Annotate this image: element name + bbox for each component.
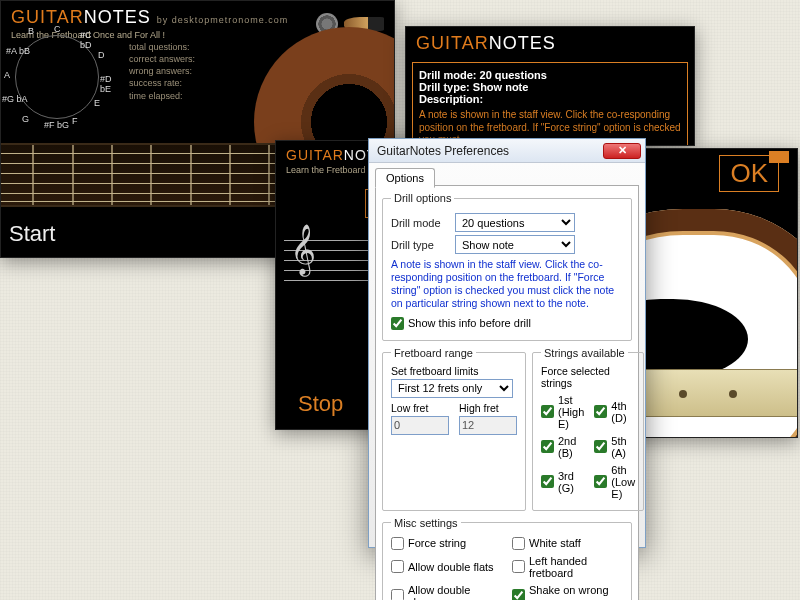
white-staff-label: White staff xyxy=(529,537,581,549)
string-2-checkbox[interactable] xyxy=(541,440,554,453)
string-2-label: 2nd (B) xyxy=(558,435,584,459)
string-3-checkbox[interactable] xyxy=(541,475,554,488)
double-sharps-label: Allow double sharps xyxy=(408,584,502,601)
info-label: Drill type: xyxy=(419,81,470,93)
circle-label: #A bB xyxy=(6,46,30,56)
stat-line: time elapsed: xyxy=(129,90,195,102)
force-string-label: Force string xyxy=(408,537,466,549)
double-sharps-checkbox[interactable] xyxy=(391,589,404,600)
info-label: Drill mode: xyxy=(419,69,476,81)
tab-options[interactable]: Options xyxy=(375,168,435,188)
string-5-checkbox[interactable] xyxy=(594,440,607,453)
strings-available-group: Strings available Force selected strings… xyxy=(532,347,644,511)
group-legend: Misc settings xyxy=(391,517,461,529)
dialog-titlebar[interactable]: GuitarNotes Preferences ✕ xyxy=(369,139,645,163)
string-5-label: 5th (A) xyxy=(611,435,635,459)
string-6-checkbox[interactable] xyxy=(594,475,607,488)
string-4-label: 4th (D) xyxy=(611,400,635,424)
circle-label: F xyxy=(72,116,78,126)
preferences-dialog: GuitarNotes Preferences ✕ Options Drill … xyxy=(368,138,646,548)
set-limits-label: Set fretboard limits xyxy=(391,365,517,377)
stats-list: total questions: correct answers: wrong … xyxy=(129,41,195,102)
info-label: Description: xyxy=(419,93,681,105)
high-fret-input[interactable] xyxy=(459,416,517,435)
drill-options-group: Drill options Drill mode 20 questions Dr… xyxy=(382,192,632,341)
stat-line: total questions: xyxy=(129,41,195,53)
fretboard-range-group: Fretboard range Set fretboard limits Fir… xyxy=(382,347,526,511)
brand-b: NOTES xyxy=(84,7,151,27)
tab-strip: Options xyxy=(369,163,645,185)
string-1-label: 1st (High E) xyxy=(558,394,584,430)
dialog-title: GuitarNotes Preferences xyxy=(377,144,509,158)
low-fret-input[interactable] xyxy=(391,416,449,435)
app-title: GUITARNOTES xyxy=(406,27,694,56)
close-icon[interactable]: ✕ xyxy=(603,143,641,159)
fretboard-limits-select[interactable]: First 12 frets only xyxy=(391,379,513,398)
circle-label: #F bG xyxy=(44,120,69,130)
ok-indicator: OK xyxy=(719,155,779,192)
brand-a: GUITAR xyxy=(11,7,84,27)
string-3-label: 3rd (G) xyxy=(558,470,584,494)
double-flats-checkbox[interactable] xyxy=(391,560,404,573)
info-value: Show note xyxy=(473,81,529,93)
byline: by desktopmetronome.com xyxy=(157,15,289,25)
stat-line: wrong answers: xyxy=(129,65,195,77)
string-6-label: 6th (Low E) xyxy=(611,464,635,500)
force-string-checkbox[interactable] xyxy=(391,537,404,550)
circle-of-fifths[interactable]: C #C bD D #D bE E F #F bG G #G bA A #A b… xyxy=(15,35,99,119)
misc-settings-group: Misc settings Force string White staff A… xyxy=(382,517,632,601)
drill-mode-select[interactable]: 20 questions xyxy=(455,213,575,232)
circle-label: A xyxy=(4,70,10,80)
stop-button[interactable]: Stop xyxy=(298,391,343,417)
string-4-checkbox[interactable] xyxy=(594,405,607,418)
group-legend: Strings available xyxy=(541,347,628,359)
stat-line: success rate: xyxy=(129,77,195,89)
start-button[interactable]: Start xyxy=(9,221,55,247)
high-fret-label: High fret xyxy=(459,402,517,414)
group-legend: Fretboard range xyxy=(391,347,476,359)
shake-checkbox[interactable] xyxy=(512,589,525,600)
circle-label: #G bA xyxy=(2,94,28,104)
string-1-checkbox[interactable] xyxy=(541,405,554,418)
left-handed-checkbox[interactable] xyxy=(512,560,525,573)
group-legend: Drill options xyxy=(391,192,454,204)
circle-label: #C bD xyxy=(80,30,98,50)
circle-label: B xyxy=(28,26,34,36)
force-strings-label: Force selected strings xyxy=(541,365,635,389)
white-staff-checkbox[interactable] xyxy=(512,537,525,550)
show-info-checkbox[interactable] xyxy=(391,317,404,330)
app-title: GUITARNOTES by desktopmetronome.com xyxy=(1,1,298,30)
options-panel: Drill options Drill mode 20 questions Dr… xyxy=(375,185,639,600)
low-fret-label: Low fret xyxy=(391,402,449,414)
circle-label: #D bE xyxy=(100,74,112,94)
shake-label: Shake on wrong answer xyxy=(529,584,623,601)
circle-label: G xyxy=(22,114,29,124)
treble-clef-icon: 𝄞 xyxy=(290,224,316,275)
circle-label: E xyxy=(94,98,100,108)
left-handed-label: Left handed fretboard xyxy=(529,555,623,579)
info-value: 20 questions xyxy=(480,69,547,81)
stat-line: correct answers: xyxy=(129,53,195,65)
show-info-label: Show this info before drill xyxy=(408,317,531,329)
circle-label: D xyxy=(98,50,105,60)
drill-info-card: GUITARNOTES Drill mode: 20 questions Dri… xyxy=(405,26,695,146)
double-flats-label: Allow double flats xyxy=(408,561,494,573)
drill-help-text: A note is shown in the staff view. Click… xyxy=(391,258,623,311)
drill-mode-label: Drill mode xyxy=(391,217,447,229)
drill-type-select[interactable]: Show note xyxy=(455,235,575,254)
circle-label: C xyxy=(54,24,61,34)
drill-type-label: Drill type xyxy=(391,239,447,251)
